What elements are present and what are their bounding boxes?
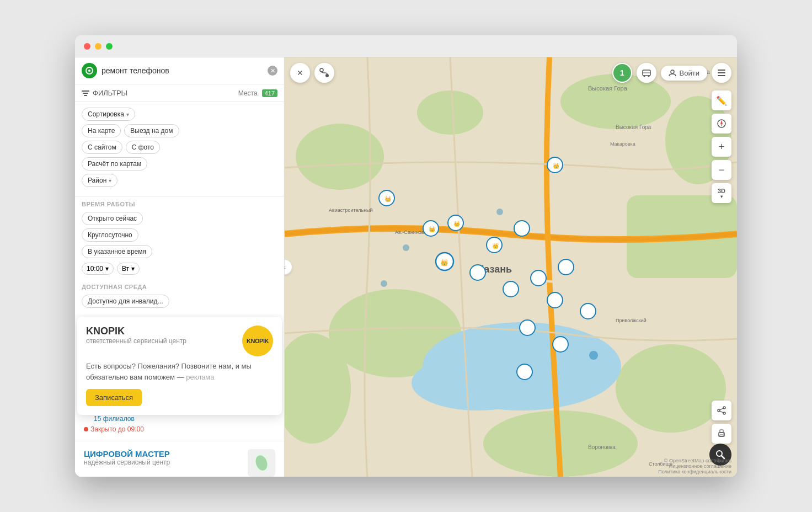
svg-point-71 [723, 434, 724, 435]
svg-point-52 [589, 351, 598, 360]
filter-chip-site[interactable]: С сайтом [82, 141, 122, 154]
knopik-signup-button[interactable]: Записаться [86, 389, 142, 406]
svg-point-63 [723, 407, 725, 409]
filters-row: ФИЛЬТРЫ Места 417 [75, 84, 284, 102]
map-top-bar: ✕ 1 [290, 63, 731, 83]
knopik-popup-card: KNOPIK ответственный сервисный центр KNO… [77, 317, 282, 415]
map-bottom-controls [712, 401, 731, 444]
places-count-badge: 417 [262, 89, 277, 97]
knopik-name: KNOPIK [86, 326, 186, 337]
time-section-title: ВРЕМЯ РАБОТЫ [75, 196, 284, 210]
knopik-desc: Есть вопросы? Пожелания? Позвоните нам, … [86, 361, 273, 382]
login-button[interactable]: Войти [661, 66, 707, 81]
svg-text:👑: 👑 [384, 195, 392, 202]
browser-window: ✕ ФИЛЬТРЫ Места 417 [75, 35, 737, 477]
time-to-arrow: ▾ [131, 265, 135, 273]
maximize-button[interactable] [106, 43, 113, 50]
filter-chip-map[interactable]: На карте [82, 124, 121, 137]
filter-chips-area: Сортировка ▾ На карте Выезд на дом С сай… [75, 102, 284, 196]
svg-point-40 [470, 265, 485, 280]
tsifrovoy-info: ЦИФРОВОЙ МАСТЕР надёжный сервисный центр [84, 449, 170, 470]
knopik-header: KNOPIK ответственный сервисный центр KNO… [86, 326, 273, 356]
close-button[interactable] [84, 43, 90, 50]
map-area: Казань Высокая Гора Высокая Гора Высокая… [285, 57, 737, 477]
3d-button[interactable]: 3D ▾ [712, 183, 731, 203]
privacy-link[interactable]: Политика конфиденциальности [658, 469, 731, 474]
menu-button[interactable] [712, 63, 731, 83]
svg-text:Вороновка: Вороновка [588, 444, 616, 450]
browser-chrome [75, 35, 737, 57]
svg-point-37 [514, 221, 530, 236]
result-card-tsifrovoy[interactable]: ЦИФРОВОЙ МАСТЕР надёжный сервисный центр [75, 441, 284, 477]
app-logo [82, 63, 97, 78]
license-link[interactable]: Лицензионное соглашение [658, 463, 731, 469]
filter-row-3: С сайтом С фото [82, 141, 277, 154]
svg-point-49 [403, 244, 409, 251]
tsifrovoy-subtitle: надёжный сервисный центр [84, 458, 170, 466]
search-bar: ✕ [75, 57, 284, 84]
svg-point-59 [671, 70, 674, 73]
time-chips: Открыто сейчас Круглосуточно В указанное… [75, 210, 284, 263]
svg-text:👑: 👑 [492, 242, 499, 249]
filter-row-5: Район ▾ [82, 174, 277, 187]
svg-point-48 [517, 364, 532, 380]
svg-point-7 [417, 90, 483, 135]
filter-chip-card[interactable]: Расчёт по картам [82, 157, 147, 170]
svg-text:👑: 👑 [429, 226, 436, 233]
tsifrovoy-name: ЦИФРОВОЙ МАСТЕР [84, 449, 170, 458]
filters-text: ФИЛЬТРЫ [93, 89, 127, 97]
district-chip[interactable]: Район ▾ [82, 174, 117, 187]
bus-button[interactable] [637, 63, 656, 83]
compass-button[interactable] [712, 114, 731, 134]
svg-text:Высокая Гора: Высокая Гора [616, 124, 651, 130]
svg-point-44 [547, 292, 563, 308]
time-chip-open[interactable]: Открыто сейчас [82, 212, 143, 225]
filter-chip-visit[interactable]: Выезд на дом [124, 124, 179, 137]
sort-chip[interactable]: Сортировка ▾ [82, 108, 135, 121]
search-input[interactable] [101, 66, 263, 75]
route-button[interactable] [314, 63, 334, 83]
filters-label[interactable]: ФИЛЬТРЫ [82, 89, 127, 97]
svg-point-57 [648, 76, 649, 77]
knopik-title-area: KNOPIK ответственный сервисный центр [86, 326, 186, 345]
svg-text:Авиастроительный: Авиастроительный [329, 207, 373, 213]
knopik-subtitle: ответственный сервисный центр [86, 337, 186, 345]
copyright-text: © OpenStreetMap contributors [658, 458, 731, 463]
map-right-controls: ✏️ + − 3D ▾ [712, 90, 731, 203]
svg-point-46 [520, 320, 535, 335]
time-chip-custom[interactable]: В указанное время [82, 245, 152, 258]
filter-row-2: На карте Выезд на дом [82, 124, 277, 137]
time-input-row: 10:00 ▾ Вт ▾ [75, 263, 284, 279]
pencil-button[interactable]: ✏️ [712, 90, 731, 110]
tsifrovoy-logo [248, 449, 275, 477]
filter-chip-photo[interactable]: С фото [126, 141, 160, 154]
close-panel-button[interactable]: ✕ [290, 63, 310, 83]
print-button[interactable] [712, 424, 731, 444]
places-label: Места [238, 89, 258, 97]
zoom-in-button[interactable]: + [712, 137, 731, 157]
accessible-chip-btn[interactable]: Доступно для инвалид... [82, 295, 169, 308]
copyright-bar: © OpenStreetMap contributors Лицензионно… [658, 458, 731, 474]
time-to-input[interactable]: Вт ▾ [117, 263, 140, 275]
minimize-button[interactable] [95, 43, 101, 50]
district-arrow-icon: ▾ [109, 178, 111, 184]
svg-point-47 [553, 337, 568, 352]
places-count-area: Места 417 [238, 89, 277, 97]
svg-point-56 [643, 76, 645, 77]
search-clear-button[interactable]: ✕ [268, 66, 277, 76]
time-chip-24h[interactable]: Круглосуточно [82, 228, 138, 242]
map-svg: Казань Высокая Гора Высокая Гора Высокая… [285, 57, 737, 477]
accessible-chip: Доступно для инвалид... [75, 292, 284, 314]
svg-text:👑: 👑 [440, 258, 448, 266]
filter-icon [82, 90, 89, 96]
time-from-input[interactable]: 10:00 ▾ [82, 263, 114, 275]
gsm-branches[interactable]: 15 филиалов [94, 415, 135, 423]
knopik-logo: KNOPIK [242, 326, 273, 356]
share-button[interactable] [712, 401, 731, 420]
district-label: Район [88, 177, 106, 184]
svg-text:👑: 👑 [553, 162, 560, 169]
svg-point-54 [325, 74, 329, 77]
svg-point-1 [88, 70, 90, 72]
filter-row-4: Расчёт по картам [82, 157, 277, 170]
zoom-out-button[interactable]: − [712, 160, 731, 180]
